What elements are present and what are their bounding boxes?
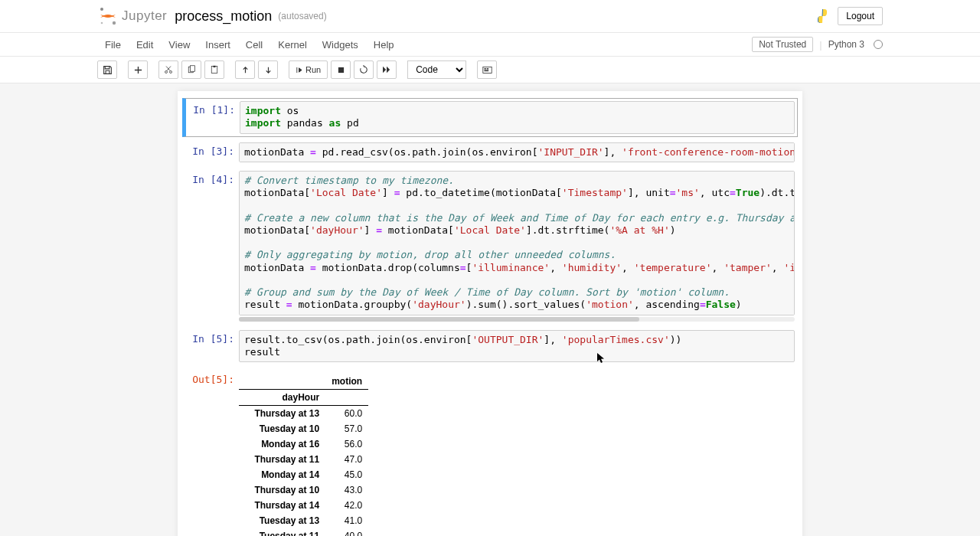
menu-view[interactable]: View xyxy=(161,39,198,51)
svg-rect-10 xyxy=(214,66,216,67)
kernel-name[interactable]: Python 3 xyxy=(828,39,864,50)
toolbar: Run Code xyxy=(0,57,980,83)
trust-button[interactable]: Not Trusted xyxy=(752,37,813,52)
svg-point-2 xyxy=(101,22,103,25)
autosave-status: (autosaved) xyxy=(278,11,326,21)
jupyter-brand-text: Jupyter xyxy=(122,8,167,24)
svg-point-3 xyxy=(820,11,822,12)
run-button-label: Run xyxy=(305,65,321,74)
kernel-indicator-icon xyxy=(874,40,883,49)
output-cell-5: Out[5]: motion dayHour Thursday at 1360.… xyxy=(182,368,798,536)
svg-rect-13 xyxy=(484,68,485,70)
insert-cell-button[interactable] xyxy=(128,60,148,79)
cell-prompt: In [1]: xyxy=(186,101,240,134)
notebook-container: In [1]: import os import pandas as pd In… xyxy=(0,83,980,536)
table-row: Tuesday at 1057.0 xyxy=(239,421,368,436)
jupyter-logo[interactable]: Jupyter xyxy=(97,5,167,27)
restart-run-all-button[interactable] xyxy=(377,60,397,79)
menu-cell[interactable]: Cell xyxy=(238,39,270,51)
move-up-button[interactable] xyxy=(235,60,255,79)
dataframe-output: motion dayHour Thursday at 1360.0Tuesday… xyxy=(239,374,368,536)
command-palette-button[interactable] xyxy=(477,60,497,79)
cell-type-select[interactable]: Code xyxy=(407,60,466,79)
svg-rect-8 xyxy=(191,66,195,72)
svg-rect-11 xyxy=(338,67,344,72)
table-row: Thursday at 1043.0 xyxy=(239,482,368,498)
svg-rect-15 xyxy=(484,70,488,71)
save-button[interactable] xyxy=(97,60,117,79)
menu-kernel[interactable]: Kernel xyxy=(270,39,315,51)
move-down-button[interactable] xyxy=(258,60,278,79)
svg-point-0 xyxy=(100,8,103,11)
table-row: Tuesday at 1341.0 xyxy=(239,513,368,528)
paste-button[interactable] xyxy=(204,60,224,79)
notebook-name[interactable]: process_motion xyxy=(175,8,272,25)
col-motion: motion xyxy=(325,374,368,390)
code-input[interactable]: motionData = pd.read_csv(os.path.join(os… xyxy=(239,142,795,162)
cell-prompt: In [4]: xyxy=(185,171,239,322)
cell-prompt: In [3]: xyxy=(185,142,239,162)
menu-insert[interactable]: Insert xyxy=(198,39,238,51)
table-row: Monday at 1445.0 xyxy=(239,467,368,482)
table-row: Tuesday at 1140.0 xyxy=(239,528,368,536)
menu-edit[interactable]: Edit xyxy=(129,39,161,51)
menu-file[interactable]: File xyxy=(97,39,129,51)
code-input[interactable]: # Convert timestamp to my timezone. moti… xyxy=(239,171,795,315)
svg-rect-14 xyxy=(486,68,488,70)
code-input[interactable]: import os import pandas as pd xyxy=(240,101,795,134)
interrupt-button[interactable] xyxy=(331,60,351,79)
notebook-header: Jupyter process_motion (autosaved) Logou… xyxy=(0,0,980,33)
run-button[interactable]: Run xyxy=(289,60,328,79)
svg-point-6 xyxy=(170,71,172,74)
horizontal-scrollbar[interactable] xyxy=(239,317,795,322)
menu-widgets[interactable]: Widgets xyxy=(315,39,366,51)
table-row: Thursday at 1360.0 xyxy=(239,406,368,422)
code-cell-3[interactable]: In [3]: motionData = pd.read_csv(os.path… xyxy=(182,139,798,165)
restart-button[interactable] xyxy=(354,60,374,79)
output-prompt: Out[5]: xyxy=(185,371,239,536)
svg-point-1 xyxy=(113,21,116,25)
table-row: Thursday at 1442.0 xyxy=(239,498,368,513)
menubar: File Edit View Insert Cell Kernel Widget… xyxy=(0,33,980,57)
python-kernel-icon xyxy=(813,7,831,25)
code-cell-5[interactable]: In [5]: result.to_csv(os.path.join(os.en… xyxy=(182,327,798,366)
cell-prompt: In [5]: xyxy=(185,330,239,363)
code-input[interactable]: result.to_csv(os.path.join(os.environ['O… xyxy=(239,330,795,363)
index-name: dayHour xyxy=(239,390,325,406)
cut-button[interactable] xyxy=(158,60,178,79)
svg-point-4 xyxy=(824,21,825,22)
table-row: Thursday at 1147.0 xyxy=(239,452,368,467)
copy-button[interactable] xyxy=(181,60,201,79)
logout-button[interactable]: Logout xyxy=(838,7,883,25)
svg-point-5 xyxy=(165,71,168,74)
jupyter-swirl-icon xyxy=(97,5,119,27)
code-cell-1[interactable]: In [1]: import os import pandas as pd xyxy=(182,98,798,137)
menu-help[interactable]: Help xyxy=(366,39,402,51)
table-row: Monday at 1656.0 xyxy=(239,436,368,452)
code-cell-4[interactable]: In [4]: # Convert timestamp to my timezo… xyxy=(182,168,798,325)
